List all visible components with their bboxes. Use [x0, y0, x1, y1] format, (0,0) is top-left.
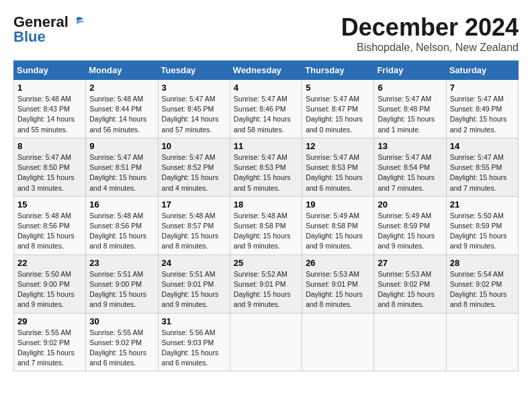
- day-number: 25: [234, 258, 298, 268]
- calendar-cell: 15Sunrise: 5:48 AM Sunset: 8:56 PM Dayli…: [14, 196, 86, 255]
- day-info: Sunrise: 5:49 AM Sunset: 8:59 PM Dayligh…: [378, 211, 442, 252]
- header-friday: Friday: [374, 61, 446, 80]
- day-number: 16: [89, 199, 154, 210]
- day-info: Sunrise: 5:51 AM Sunset: 9:01 PM Dayligh…: [162, 269, 226, 310]
- calendar-cell: 11Sunrise: 5:47 AM Sunset: 8:53 PM Dayli…: [230, 138, 302, 196]
- day-number: 5: [306, 83, 370, 93]
- calendar-cell: 23Sunrise: 5:51 AM Sunset: 9:00 PM Dayli…: [86, 255, 158, 313]
- day-number: 7: [450, 83, 515, 93]
- day-number: 1: [17, 83, 82, 93]
- day-number: 11: [234, 141, 298, 151]
- calendar-cell: 8Sunrise: 5:47 AM Sunset: 8:50 PM Daylig…: [14, 138, 86, 196]
- day-info: Sunrise: 5:54 AM Sunset: 9:02 PM Dayligh…: [450, 269, 515, 310]
- calendar-table: Sunday Monday Tuesday Wednesday Thursday…: [13, 60, 519, 371]
- day-info: Sunrise: 5:48 AM Sunset: 8:56 PM Dayligh…: [89, 211, 154, 252]
- day-number: 21: [450, 199, 515, 210]
- day-number: 23: [89, 258, 154, 268]
- day-info: Sunrise: 5:48 AM Sunset: 8:58 PM Dayligh…: [234, 211, 298, 252]
- calendar-cell: 6Sunrise: 5:47 AM Sunset: 8:48 PM Daylig…: [374, 80, 446, 138]
- day-info: Sunrise: 5:51 AM Sunset: 9:00 PM Dayligh…: [89, 269, 154, 310]
- day-number: 10: [162, 141, 226, 151]
- title-area: December 2024 Bishopdale, Nelson, New Ze…: [341, 13, 519, 54]
- calendar-cell: 16Sunrise: 5:48 AM Sunset: 8:56 PM Dayli…: [86, 196, 158, 255]
- calendar-cell: 20Sunrise: 5:49 AM Sunset: 8:59 PM Dayli…: [374, 196, 446, 255]
- calendar-cell: [374, 313, 446, 371]
- day-number: 27: [378, 258, 442, 268]
- logo-text-blue: Blue: [13, 28, 46, 46]
- day-info: Sunrise: 5:53 AM Sunset: 9:01 PM Dayligh…: [306, 269, 370, 310]
- day-info: Sunrise: 5:50 AM Sunset: 9:00 PM Dayligh…: [17, 269, 82, 310]
- day-info: Sunrise: 5:48 AM Sunset: 8:44 PM Dayligh…: [89, 94, 154, 135]
- day-info: Sunrise: 5:47 AM Sunset: 8:54 PM Dayligh…: [378, 152, 442, 193]
- calendar-cell: 5Sunrise: 5:47 AM Sunset: 8:47 PM Daylig…: [302, 80, 374, 138]
- day-number: 3: [162, 83, 226, 93]
- day-number: 26: [306, 258, 370, 268]
- calendar-cell: 30Sunrise: 5:55 AM Sunset: 9:02 PM Dayli…: [86, 313, 158, 371]
- day-info: Sunrise: 5:47 AM Sunset: 8:50 PM Dayligh…: [17, 152, 82, 193]
- day-info: Sunrise: 5:47 AM Sunset: 8:53 PM Dayligh…: [306, 152, 370, 193]
- calendar-cell: [446, 313, 518, 371]
- day-info: Sunrise: 5:47 AM Sunset: 8:51 PM Dayligh…: [89, 152, 154, 193]
- day-info: Sunrise: 5:52 AM Sunset: 9:01 PM Dayligh…: [234, 269, 298, 310]
- day-info: Sunrise: 5:47 AM Sunset: 8:49 PM Dayligh…: [450, 94, 515, 135]
- calendar-cell: 12Sunrise: 5:47 AM Sunset: 8:53 PM Dayli…: [302, 138, 374, 196]
- calendar-cell: 9Sunrise: 5:47 AM Sunset: 8:51 PM Daylig…: [86, 138, 158, 196]
- calendar-cell: 3Sunrise: 5:47 AM Sunset: 8:45 PM Daylig…: [158, 80, 230, 138]
- calendar-cell: 19Sunrise: 5:49 AM Sunset: 8:58 PM Dayli…: [302, 196, 374, 255]
- logo-bird-icon: [70, 15, 85, 30]
- day-info: Sunrise: 5:49 AM Sunset: 8:58 PM Dayligh…: [306, 211, 370, 252]
- calendar-cell: 22Sunrise: 5:50 AM Sunset: 9:00 PM Dayli…: [14, 255, 86, 313]
- day-info: Sunrise: 5:47 AM Sunset: 8:55 PM Dayligh…: [450, 152, 515, 193]
- header-row: Sunday Monday Tuesday Wednesday Thursday…: [14, 61, 519, 80]
- header-sunday: Sunday: [14, 61, 86, 80]
- calendar-cell: 28Sunrise: 5:54 AM Sunset: 9:02 PM Dayli…: [446, 255, 518, 313]
- page-header: General Blue December 2024 Bishopdale, N…: [13, 13, 519, 54]
- day-number: 14: [450, 141, 515, 151]
- day-info: Sunrise: 5:47 AM Sunset: 8:48 PM Dayligh…: [378, 94, 442, 135]
- day-number: 9: [89, 141, 154, 151]
- header-saturday: Saturday: [446, 61, 518, 80]
- day-info: Sunrise: 5:48 AM Sunset: 8:43 PM Dayligh…: [17, 94, 82, 135]
- day-number: 15: [17, 199, 82, 210]
- header-tuesday: Tuesday: [158, 61, 230, 80]
- day-info: Sunrise: 5:48 AM Sunset: 8:57 PM Dayligh…: [162, 211, 226, 252]
- calendar-cell: 7Sunrise: 5:47 AM Sunset: 8:49 PM Daylig…: [446, 80, 518, 138]
- calendar-cell: 2Sunrise: 5:48 AM Sunset: 8:44 PM Daylig…: [86, 80, 158, 138]
- day-info: Sunrise: 5:55 AM Sunset: 9:02 PM Dayligh…: [89, 328, 154, 369]
- calendar-cell: 14Sunrise: 5:47 AM Sunset: 8:55 PM Dayli…: [446, 138, 518, 196]
- day-number: 19: [306, 199, 370, 210]
- calendar-cell: [302, 313, 374, 371]
- calendar-cell: 4Sunrise: 5:47 AM Sunset: 8:46 PM Daylig…: [230, 80, 302, 138]
- day-info: Sunrise: 5:47 AM Sunset: 8:45 PM Dayligh…: [162, 94, 226, 135]
- calendar-week-1: 1Sunrise: 5:48 AM Sunset: 8:43 PM Daylig…: [14, 80, 519, 138]
- calendar-cell: 17Sunrise: 5:48 AM Sunset: 8:57 PM Dayli…: [158, 196, 230, 255]
- day-number: 18: [234, 199, 298, 210]
- day-number: 31: [162, 316, 226, 326]
- day-number: 20: [378, 199, 442, 210]
- day-info: Sunrise: 5:56 AM Sunset: 9:03 PM Dayligh…: [162, 328, 226, 369]
- calendar-cell: 29Sunrise: 5:55 AM Sunset: 9:02 PM Dayli…: [14, 313, 86, 371]
- calendar-cell: 25Sunrise: 5:52 AM Sunset: 9:01 PM Dayli…: [230, 255, 302, 313]
- day-number: 12: [306, 141, 370, 151]
- header-thursday: Thursday: [302, 61, 374, 80]
- month-title: December 2024: [341, 13, 519, 42]
- day-number: 13: [378, 141, 442, 151]
- day-number: 4: [234, 83, 298, 93]
- day-info: Sunrise: 5:47 AM Sunset: 8:52 PM Dayligh…: [162, 152, 226, 193]
- calendar-cell: [230, 313, 302, 371]
- day-info: Sunrise: 5:55 AM Sunset: 9:02 PM Dayligh…: [17, 328, 82, 369]
- calendar-cell: 21Sunrise: 5:50 AM Sunset: 8:59 PM Dayli…: [446, 196, 518, 255]
- day-number: 28: [450, 258, 515, 268]
- calendar-week-3: 15Sunrise: 5:48 AM Sunset: 8:56 PM Dayli…: [14, 196, 519, 255]
- header-wednesday: Wednesday: [230, 61, 302, 80]
- calendar-week-5: 29Sunrise: 5:55 AM Sunset: 9:02 PM Dayli…: [14, 313, 519, 371]
- calendar-cell: 13Sunrise: 5:47 AM Sunset: 8:54 PM Dayli…: [374, 138, 446, 196]
- calendar-cell: 31Sunrise: 5:56 AM Sunset: 9:03 PM Dayli…: [158, 313, 230, 371]
- day-number: 29: [17, 316, 82, 326]
- day-info: Sunrise: 5:47 AM Sunset: 8:47 PM Dayligh…: [306, 94, 370, 135]
- location-title: Bishopdale, Nelson, New Zealand: [341, 42, 519, 54]
- calendar-cell: 24Sunrise: 5:51 AM Sunset: 9:01 PM Dayli…: [158, 255, 230, 313]
- calendar-cell: 18Sunrise: 5:48 AM Sunset: 8:58 PM Dayli…: [230, 196, 302, 255]
- day-info: Sunrise: 5:50 AM Sunset: 8:59 PM Dayligh…: [450, 211, 515, 252]
- calendar-cell: 10Sunrise: 5:47 AM Sunset: 8:52 PM Dayli…: [158, 138, 230, 196]
